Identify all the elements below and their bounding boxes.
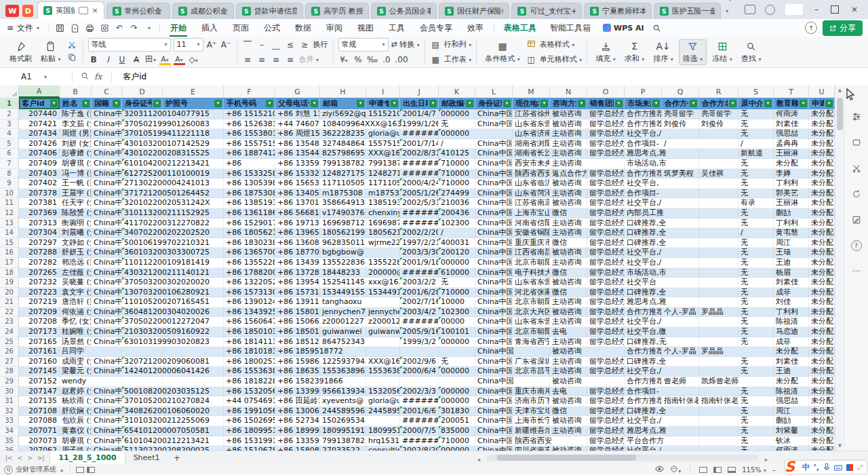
underline-button[interactable]: U <box>117 55 128 64</box>
cell[interactable]: 无 <box>738 178 774 189</box>
column-header[interactable]: D <box>122 86 163 98</box>
cell[interactable]: 未分配 <box>774 377 809 387</box>
cell[interactable]: chenxinyur <box>366 208 400 218</box>
cell[interactable] <box>513 347 550 357</box>
wps-ai-button[interactable]: WPS AI <box>597 24 650 33</box>
keyboard-icon[interactable] <box>834 461 842 474</box>
row-number[interactable]: 26 <box>0 347 19 357</box>
cell[interactable] <box>699 139 738 149</box>
column-header[interactable]: U <box>809 86 835 98</box>
cell[interactable]: 社交平台, <box>625 178 662 189</box>
row-number[interactable]: 6 <box>0 149 19 159</box>
cell[interactable]: 留学总经办 <box>587 307 625 318</box>
cell[interactable]: 2002/7/16 <box>400 297 439 307</box>
cell[interactable]: China中国 <box>92 139 122 149</box>
cell[interactable]: 未分配 <box>809 208 835 218</box>
cell[interactable]: / <box>439 139 475 149</box>
menu-item[interactable]: 工具 <box>381 20 412 37</box>
cell[interactable]: v17490376 <box>320 208 366 218</box>
row-number[interactable]: 8 <box>0 169 19 179</box>
cell[interactable]: 何雨涛 <box>774 109 809 119</box>
cell[interactable]: 2003/2/2 <box>400 278 439 288</box>
cell[interactable]: +86 1335925706 <box>275 436 320 446</box>
cell[interactable]: 任天宇 (女 <box>60 198 92 208</box>
cell[interactable]: 被动咨询 <box>550 416 587 426</box>
sheet-tab[interactable]: Sheet1 <box>125 451 168 464</box>
cell[interactable]: 北京市昌平 <box>513 366 550 377</box>
cell[interactable]: 被动咨询 <box>550 119 587 130</box>
cell[interactable]: 207173 <box>19 327 60 337</box>
cell[interactable]: 未分配 <box>809 228 835 238</box>
cell[interactable]: 370105199411221118 <box>122 129 163 139</box>
cell[interactable] <box>662 198 699 208</box>
cell[interactable]: 丁利利 <box>774 178 809 189</box>
cell[interactable]: 吕同学 <box>60 347 92 357</box>
cell[interactable]: +86 18101832 <box>224 347 275 357</box>
cell[interactable]: 胡睿琪 (女 <box>60 159 92 169</box>
cell[interactable]: 成菲 <box>774 288 809 298</box>
cell[interactable]: 合作项目- <box>625 189 662 199</box>
cell[interactable]: 社交平台,/ <box>625 258 662 268</box>
row-number[interactable]: 2 <box>0 109 19 119</box>
cell[interactable]: wendy <box>60 377 92 387</box>
cell[interactable]: 社交平台,/ <box>625 317 662 327</box>
row-number[interactable]: 21 <box>0 297 19 307</box>
cell[interactable]: 合作方推荐 <box>625 377 662 387</box>
cell[interactable]: 社交平台,/ <box>625 198 662 208</box>
cell[interactable]: 被动咨询 <box>550 109 587 119</box>
share-button[interactable]: 分享 <box>823 20 863 36</box>
cell[interactable]: 无 <box>738 317 774 327</box>
cell[interactable] <box>662 258 699 268</box>
column-header[interactable]: O <box>587 86 625 98</box>
cell[interactable]: China中国 <box>475 288 513 298</box>
cell[interactable]: 未分配 <box>809 189 835 199</box>
cell[interactable]: 207161 <box>19 347 60 357</box>
cell[interactable]: 留学总经办 <box>587 129 625 139</box>
cell[interactable]: 110112200109181419 <box>122 258 163 268</box>
cell[interactable]: 无 <box>738 337 774 347</box>
cell[interactable]: 2000/6/4 <box>400 366 439 377</box>
cell[interactable]: 799138782 <box>366 159 400 169</box>
cell[interactable]: 刘紫馨 <box>774 426 809 436</box>
cell[interactable]: 口碑推荐,无 <box>625 337 662 347</box>
cell[interactable]: 亮哥留学 <box>699 109 738 119</box>
cell[interactable]: 江西省南昌 <box>513 248 550 258</box>
cell[interactable]: China中国 <box>475 406 513 417</box>
align-top-icon[interactable]: ⎺ <box>242 40 254 50</box>
name-box[interactable]: A1▾ <box>0 72 68 81</box>
cell[interactable]: 留学总经办 <box>587 406 625 417</box>
cell[interactable]: 微信 <box>550 268 587 278</box>
cell[interactable]: 000000 <box>439 337 475 347</box>
cell[interactable]: 207223 <box>19 288 60 298</box>
menu-item[interactable]: 视图 <box>350 20 381 37</box>
cell[interactable] <box>662 189 699 199</box>
header-cell[interactable]: 销售团队▾ <box>587 98 625 109</box>
cell[interactable]: 2003/4/2 <box>400 307 439 318</box>
cell[interactable]: / <box>738 228 774 238</box>
cell[interactable]: z20001227 <box>366 317 400 327</box>
cell[interactable]: 无 <box>738 109 774 119</box>
cell[interactable]: xxx@163.c <box>366 278 400 288</box>
cell[interactable]: 凯烁曾老师 <box>699 377 738 387</box>
cell[interactable]: +86 18753080 <box>224 189 275 199</box>
cell[interactable]: 155363896 <box>320 366 366 377</box>
column-filter-button[interactable]: ▾ <box>652 100 660 107</box>
cell[interactable]: 陈祖清 <box>774 317 809 327</box>
cell[interactable]: 主动咨询 <box>550 337 587 347</box>
cell[interactable]: 370105200210270824 <box>122 396 163 406</box>
cell[interactable]: 文静如 (女 <box>60 238 92 248</box>
cell[interactable] <box>366 416 400 426</box>
clear-format-button[interactable]: ◇▾ <box>188 55 199 64</box>
cell[interactable]: 110105200207165451 <box>122 297 163 307</box>
cell[interactable]: +86 1877000215 <box>275 248 320 258</box>
cell[interactable]: 150269534 <box>320 416 366 426</box>
cell[interactable]: +86 17882007 <box>224 268 275 278</box>
cell[interactable]: +44 7460762888 <box>275 119 320 130</box>
cell[interactable]: 合作方推荐 <box>625 169 662 179</box>
cell[interactable]: 200051 <box>439 416 475 426</box>
column-header[interactable]: C <box>92 86 122 98</box>
cell[interactable]: China中国 <box>92 248 122 258</box>
cell[interactable]: hrq153199 <box>366 436 400 446</box>
increase-font-icon[interactable]: A⁺ <box>206 40 218 50</box>
cell[interactable]: 371721200501264452 <box>122 189 163 199</box>
